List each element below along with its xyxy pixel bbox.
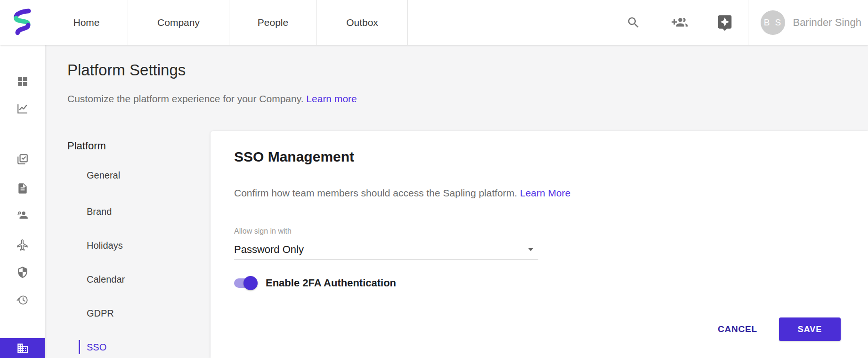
subnav-item-label: SSO: [87, 342, 106, 353]
allow-sign-in-value: Password Only: [234, 244, 304, 256]
enable-2fa-row: Enable 2FA Authentication: [234, 277, 396, 289]
save-button[interactable]: SAVE: [779, 317, 841, 341]
dashboard-icon[interactable]: [0, 72, 45, 91]
allow-sign-in-label: Allow sign in with: [234, 227, 292, 236]
card-title: SSO Management: [234, 149, 354, 165]
sapling-logo-icon: [12, 8, 33, 37]
allow-sign-in-select[interactable]: Password Only: [234, 239, 538, 260]
enable-2fa-toggle[interactable]: [234, 278, 257, 288]
search-icon[interactable]: [626, 16, 641, 30]
enable-2fa-label: Enable 2FA Authentication: [266, 277, 396, 289]
card-subtitle-text: Confirm how team members should access t…: [234, 187, 517, 198]
tab-company-label: Company: [157, 17, 200, 28]
avatar-initials: B S: [764, 17, 783, 28]
tab-outbox[interactable]: Outbox: [317, 0, 408, 45]
tab-people[interactable]: People: [229, 0, 317, 45]
person-search-icon[interactable]: [0, 206, 45, 225]
tab-home-label: Home: [73, 17, 99, 28]
avatar[interactable]: B S: [761, 10, 785, 35]
subnav-item-label: General: [87, 170, 120, 181]
subnav-item-label: GDPR: [87, 308, 114, 319]
toggle-knob: [243, 276, 258, 290]
assistant-badge-icon[interactable]: [716, 14, 734, 32]
add-people-icon[interactable]: [672, 15, 688, 31]
tab-home[interactable]: Home: [45, 0, 128, 45]
subnav-item-label: Brand: [87, 206, 112, 217]
subnav-header: Platform: [67, 136, 204, 156]
document-icon[interactable]: [0, 179, 45, 198]
subnav-item-holidays[interactable]: Holidays: [67, 228, 204, 262]
shield-icon[interactable]: [0, 263, 45, 282]
content-area: Platform Settings Customize the platform…: [45, 45, 868, 358]
page-title: Platform Settings: [67, 61, 186, 79]
tab-outbox-label: Outbox: [346, 17, 378, 28]
subnav-item-calendar[interactable]: Calendar: [67, 262, 204, 296]
app-logo[interactable]: [0, 0, 45, 45]
left-sidebar: [0, 45, 45, 358]
subnav-item-label: Holidays: [87, 240, 123, 251]
header-divider: [748, 0, 748, 45]
card-subtitle: Confirm how team members should access t…: [234, 187, 570, 199]
subnav-item-brand[interactable]: Brand: [67, 195, 204, 228]
page-subtitle: Customize the platform experience for yo…: [67, 93, 357, 105]
chevron-down-icon: [528, 248, 534, 251]
tab-people-label: People: [258, 17, 288, 28]
card-actions: CANCEL SAVE: [718, 317, 841, 341]
subnav-item-label: Calendar: [87, 274, 125, 285]
settings-subnav: Platform General Brand Holidays Calendar…: [67, 136, 204, 358]
history-icon[interactable]: [0, 291, 45, 309]
subnav-item-sso[interactable]: SSO: [67, 330, 204, 358]
top-header: Home Company People Outbox B S Barinder …: [0, 0, 868, 45]
learn-more-link[interactable]: Learn more: [306, 93, 357, 104]
subnav-item-gdpr[interactable]: GDPR: [67, 296, 204, 330]
page-subtitle-text: Customize the platform experience for yo…: [67, 93, 304, 104]
flight-icon[interactable]: [0, 236, 45, 254]
trend-chart-icon[interactable]: [0, 99, 45, 118]
tab-company[interactable]: Company: [128, 0, 229, 45]
card-learn-more-link[interactable]: Learn More: [520, 187, 570, 198]
user-name: Barinder Singh: [793, 16, 861, 29]
building-icon[interactable]: [0, 338, 45, 358]
subnav-item-general[interactable]: General: [67, 156, 204, 195]
tasks-check-icon[interactable]: [0, 150, 45, 169]
cancel-button[interactable]: CANCEL: [718, 324, 757, 334]
sso-management-card: SSO Management Confirm how team members …: [211, 131, 868, 358]
